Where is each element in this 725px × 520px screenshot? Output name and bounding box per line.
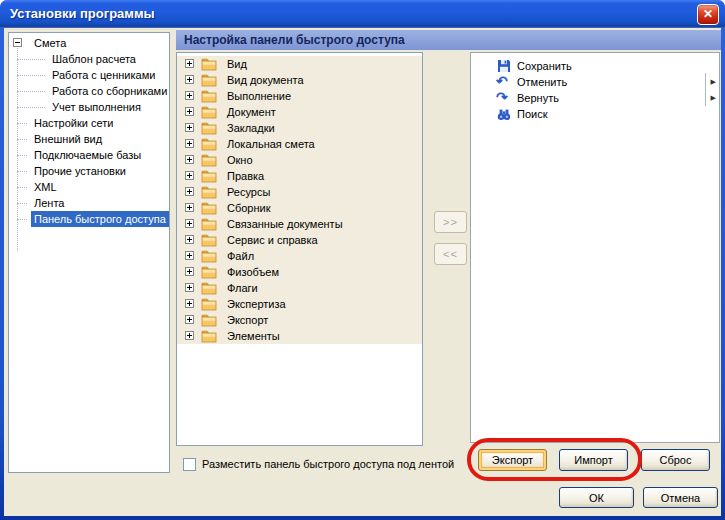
category-row[interactable]: Связанные документы xyxy=(177,216,422,232)
redo-icon: ↷ xyxy=(496,90,508,105)
command-label: Поиск xyxy=(517,106,547,122)
category-label: Документ xyxy=(227,104,276,120)
sidebar-item[interactable]: Работа с ценниками xyxy=(9,67,169,83)
settings-dialog: Установки программы ✕ СметаШаблон расчет… xyxy=(0,0,725,520)
save-icon xyxy=(497,59,511,73)
category-label: Элементы xyxy=(227,328,280,344)
command-category-list: ВидВид документаВыполнениеДокументЗаклад… xyxy=(176,52,423,446)
sidebar-item[interactable]: Прочие установки xyxy=(9,163,169,179)
remove-command-button[interactable]: << xyxy=(434,243,467,265)
sidebar-item-label: Подключаемые базы xyxy=(31,147,144,163)
sidebar-item-label: Панель быстрого доступа xyxy=(31,211,169,227)
category-label: Окно xyxy=(227,152,253,168)
category-label: Флаги xyxy=(227,280,258,296)
show-below-ribbon-label: Разместить панель быстрого доступа под л… xyxy=(202,458,454,471)
close-icon[interactable]: ✕ xyxy=(697,4,719,25)
command-item[interactable]: ↷Вернуть▶ xyxy=(471,90,719,106)
category-row[interactable]: Окно xyxy=(177,152,422,168)
dialog-body: СметаШаблон расчетаРабота с ценникамиРаб… xyxy=(4,28,721,516)
category-label: Правка xyxy=(227,168,264,184)
category-row[interactable]: Ресурсы xyxy=(177,184,422,200)
command-label: Вернуть xyxy=(517,90,559,106)
folder-icon xyxy=(201,329,217,347)
import-button[interactable]: Импорт xyxy=(559,449,628,471)
category-label: Физобъем xyxy=(227,264,279,280)
expand-icon[interactable] xyxy=(185,251,194,260)
undo-icon: ↶ xyxy=(496,74,508,89)
expand-icon[interactable] xyxy=(185,91,194,100)
category-row[interactable]: Правка xyxy=(177,168,422,184)
expand-icon[interactable] xyxy=(185,283,194,292)
category-label: Локальная смета xyxy=(227,136,315,152)
sidebar-item-label: XML xyxy=(31,179,60,195)
sidebar-item[interactable]: Работа со сборниками xyxy=(9,83,169,99)
sidebar-item-label: Учет выполнения xyxy=(49,99,144,115)
category-row[interactable]: Документ xyxy=(177,104,422,120)
category-row[interactable]: Флаги xyxy=(177,280,422,296)
sidebar-item-label: Внешний вид xyxy=(31,131,105,147)
sidebar-item[interactable]: Внешний вид xyxy=(9,131,169,147)
expand-icon[interactable] xyxy=(185,123,194,132)
category-label: Выполнение xyxy=(227,88,291,104)
add-command-button[interactable]: >> xyxy=(434,211,467,233)
sidebar-item[interactable]: Настройки сети xyxy=(9,115,169,131)
category-row[interactable]: Физобъем xyxy=(177,264,422,280)
expand-icon[interactable] xyxy=(185,219,194,228)
category-row[interactable]: Вид документа xyxy=(177,72,422,88)
export-button[interactable]: Экспорт xyxy=(478,449,547,471)
search-icon xyxy=(497,107,511,121)
sidebar-item[interactable]: Лента xyxy=(9,195,169,211)
expand-icon[interactable] xyxy=(185,235,194,244)
show-below-ribbon-checkbox[interactable] xyxy=(183,458,196,471)
expand-icon[interactable] xyxy=(185,139,194,148)
expand-icon[interactable] xyxy=(185,107,194,116)
category-row[interactable]: Экспертиза xyxy=(177,296,422,312)
expand-icon[interactable] xyxy=(185,171,194,180)
expand-icon[interactable] xyxy=(185,59,194,68)
command-item[interactable]: Сохранить xyxy=(471,58,719,74)
sidebar-item[interactable]: Смета xyxy=(9,35,169,51)
expand-icon[interactable] xyxy=(185,187,194,196)
command-item[interactable]: Поиск xyxy=(471,106,719,122)
ok-button[interactable]: ОК xyxy=(559,487,634,508)
category-label: Сборник xyxy=(227,200,271,216)
expand-icon[interactable] xyxy=(185,315,194,324)
cancel-button[interactable]: Отмена xyxy=(643,487,718,508)
sidebar-item[interactable]: Шаблон расчета xyxy=(9,51,169,67)
category-row[interactable]: Экспорт xyxy=(177,312,422,328)
collapse-icon[interactable] xyxy=(13,38,22,47)
command-item[interactable]: ↶Отменить▶ xyxy=(471,74,719,90)
category-label: Экспорт xyxy=(227,312,268,328)
expand-icon[interactable] xyxy=(185,203,194,212)
submenu-arrow-icon[interactable]: ▶ xyxy=(711,78,716,86)
expand-icon[interactable] xyxy=(185,155,194,164)
sidebar-item[interactable]: Учет выполнения xyxy=(9,99,169,115)
category-row[interactable]: Выполнение xyxy=(177,88,422,104)
category-row[interactable]: Локальная смета xyxy=(177,136,422,152)
sidebar-item-label: Шаблон расчета xyxy=(49,51,139,67)
titlebar[interactable]: Установки программы ✕ xyxy=(0,0,725,28)
sidebar-item[interactable]: Подключаемые базы xyxy=(9,147,169,163)
sidebar-item-label: Настройки сети xyxy=(31,115,116,131)
expand-icon[interactable] xyxy=(185,267,194,276)
reset-button[interactable]: Сброс xyxy=(641,449,710,471)
sidebar-item[interactable]: XML xyxy=(9,179,169,195)
category-row[interactable]: Сборник xyxy=(177,200,422,216)
submenu-arrow-icon[interactable]: ▶ xyxy=(711,94,716,102)
category-row[interactable]: Файл xyxy=(177,248,422,264)
category-row[interactable]: Вид xyxy=(177,56,422,72)
expand-icon[interactable] xyxy=(185,75,194,84)
expand-icon[interactable] xyxy=(185,299,194,308)
category-row[interactable]: Закладки xyxy=(177,120,422,136)
category-label: Файл xyxy=(227,248,254,264)
category-label: Вид xyxy=(227,56,247,72)
category-label: Вид документа xyxy=(227,72,304,88)
category-row[interactable]: Элементы xyxy=(177,328,422,344)
settings-tree: СметаШаблон расчетаРабота с ценникамиРаб… xyxy=(8,32,170,473)
sidebar-item[interactable]: Панель быстрого доступа xyxy=(9,211,169,227)
expand-icon[interactable] xyxy=(185,331,194,340)
sidebar-item-label: Смета xyxy=(31,35,69,51)
command-label: Отменить xyxy=(517,74,567,90)
category-row[interactable]: Сервис и справка xyxy=(177,232,422,248)
sidebar-item-label: Прочие установки xyxy=(31,163,129,179)
